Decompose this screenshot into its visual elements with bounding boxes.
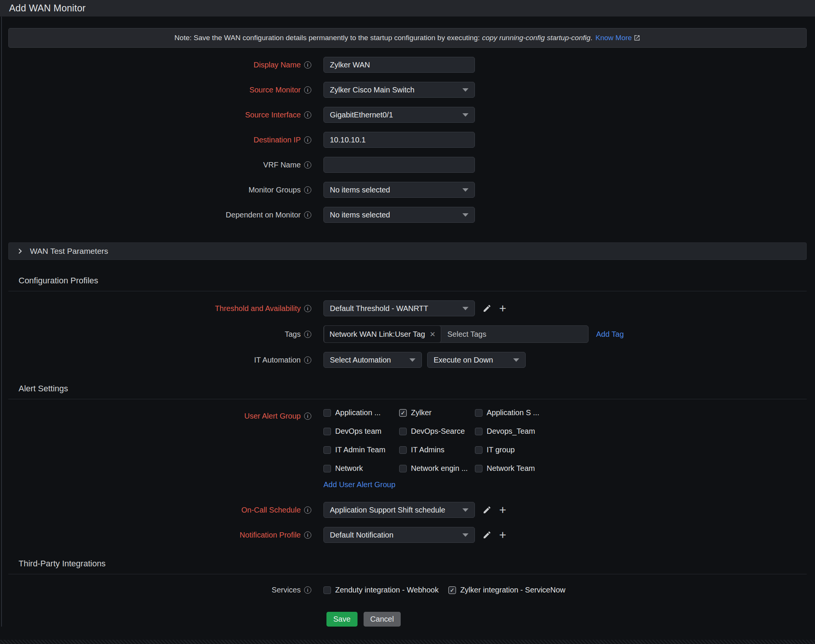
execute-on-down-dropdown[interactable]: Execute on Down — [427, 352, 526, 368]
select-automation-dropdown[interactable]: Select Automation — [323, 352, 422, 368]
checkbox-zylker-servicenow[interactable]: Zylker integration - ServiceNow — [448, 586, 565, 594]
checkbox-network-team[interactable]: Network Team — [475, 464, 551, 473]
add-on-call-schedule-button[interactable]: + — [499, 505, 506, 514]
it-automation-label: IT Automation — [254, 356, 301, 364]
dependent-on-monitor-select[interactable]: No items selected — [323, 207, 475, 223]
checkbox[interactable] — [399, 446, 407, 454]
add-threshold-button[interactable]: + — [499, 304, 506, 313]
caret-down-icon — [462, 88, 468, 92]
edit-notification-profile-button[interactable] — [482, 530, 492, 539]
edit-threshold-button[interactable] — [482, 304, 492, 313]
alert-settings-heading: Alert Settings — [0, 384, 815, 394]
select-value: Execute on Down — [434, 356, 493, 364]
checkbox-label: IT group — [487, 445, 515, 454]
caret-down-icon — [462, 307, 468, 310]
info-icon[interactable] — [304, 356, 311, 364]
threshold-label: Threshold and Availability — [215, 304, 301, 313]
select-value: Application Support Shift schedule — [330, 506, 445, 514]
section-divider — [8, 574, 807, 574]
form-actions: Save Cancel — [326, 612, 815, 627]
form-row-dependent-monitor: Dependent on Monitor No items selected — [0, 207, 815, 223]
remove-tag-icon[interactable]: ✕ — [429, 330, 436, 339]
checkbox-devops-team[interactable]: DevOps team — [323, 427, 399, 436]
checkbox[interactable] — [475, 446, 482, 454]
checkbox-network[interactable]: Network — [323, 464, 399, 473]
checkbox[interactable] — [399, 465, 407, 472]
info-icon[interactable] — [304, 531, 311, 539]
add-user-alert-group-link[interactable]: Add User Alert Group — [323, 480, 395, 489]
info-icon[interactable] — [304, 331, 311, 338]
tags-input[interactable]: Network WAN Link:User Tag ✕ Select Tags — [323, 325, 589, 343]
vrf-name-input[interactable] — [323, 157, 475, 173]
info-icon[interactable] — [304, 136, 311, 144]
form-row-vrf-name: VRF Name — [0, 157, 815, 173]
checkbox[interactable] — [323, 428, 331, 435]
select-value: Default Threshold - WANRTT — [330, 304, 428, 313]
checkbox-it-admin-team[interactable]: IT Admin Team — [323, 445, 399, 454]
info-icon[interactable] — [304, 305, 311, 312]
form-row-notification-profile: Notification Profile Default Notificatio… — [0, 527, 815, 543]
on-call-schedule-select[interactable]: Application Support Shift schedule — [323, 502, 475, 518]
note-text: Note: Save the WAN configuration details… — [175, 34, 480, 42]
checkbox-zylker[interactable]: Zylker — [399, 408, 475, 417]
threshold-select[interactable]: Default Threshold - WANRTT — [323, 300, 475, 316]
info-icon[interactable] — [304, 186, 311, 194]
checkbox-application[interactable]: Application ... — [323, 408, 399, 417]
checkbox-label: Application S ... — [487, 408, 539, 417]
save-button[interactable]: Save — [326, 612, 358, 627]
checkbox[interactable] — [475, 465, 482, 472]
source-interface-select[interactable]: GigabitEthernet0/1 — [323, 107, 475, 123]
checkbox[interactable] — [323, 446, 331, 454]
select-value: Default Notification — [330, 531, 393, 539]
notification-profile-select[interactable]: Default Notification — [323, 527, 475, 543]
wan-test-parameters-toggle[interactable]: WAN Test Parameters — [8, 242, 807, 260]
form-row-it-automation: IT Automation Select Automation Execute … — [0, 352, 815, 368]
source-monitor-select[interactable]: Zylker Cisco Main Switch — [323, 82, 475, 98]
section-divider — [8, 399, 807, 399]
vrf-name-label: VRF Name — [263, 161, 301, 169]
checkbox-it-group[interactable]: IT group — [475, 445, 551, 454]
checkbox[interactable] — [323, 465, 331, 472]
info-icon[interactable] — [304, 413, 311, 420]
source-interface-label: Source Interface — [245, 111, 301, 119]
form-row-user-alert-group: User Alert Group Application ... Zylker … — [0, 408, 815, 473]
checkbox[interactable] — [323, 586, 331, 594]
cancel-button[interactable]: Cancel — [364, 612, 401, 627]
display-name-input[interactable] — [323, 57, 475, 73]
info-icon[interactable] — [304, 161, 311, 169]
info-icon[interactable] — [304, 586, 311, 594]
know-more-link[interactable]: Know More — [595, 34, 632, 42]
info-icon[interactable] — [304, 111, 311, 119]
note-period: . — [590, 34, 592, 42]
checkbox-devops-team-2[interactable]: Devops_Team — [475, 427, 551, 436]
checkbox[interactable] — [475, 428, 482, 435]
checkbox[interactable] — [399, 409, 407, 417]
source-monitor-label: Source Monitor — [249, 86, 301, 94]
select-value: GigabitEthernet0/1 — [330, 111, 393, 119]
checkbox[interactable] — [475, 409, 482, 417]
monitor-groups-select[interactable]: No items selected — [323, 182, 475, 198]
destination-ip-input[interactable] — [323, 132, 475, 148]
info-icon[interactable] — [304, 61, 311, 69]
checkbox-zenduty-webhook[interactable]: Zenduty integration - Webhook — [323, 586, 439, 594]
chevron-right-icon — [17, 248, 23, 254]
external-link-icon[interactable] — [634, 34, 640, 41]
tag-chip[interactable]: Network WAN Link:User Tag ✕ — [324, 325, 441, 343]
checkbox[interactable] — [448, 586, 456, 594]
wan-test-parameters-title: WAN Test Parameters — [30, 247, 108, 256]
checkbox-network-engin[interactable]: Network engin ... — [399, 464, 475, 473]
tags-label: Tags — [285, 330, 301, 339]
checkbox[interactable] — [323, 409, 331, 417]
checkbox-label: DevOps team — [335, 427, 381, 436]
checkbox-it-admins[interactable]: IT Admins — [399, 445, 475, 454]
form-row-display-name: Display Name — [0, 57, 815, 73]
info-icon[interactable] — [304, 211, 311, 219]
info-icon[interactable] — [304, 86, 311, 94]
edit-on-call-schedule-button[interactable] — [482, 505, 492, 514]
checkbox[interactable] — [399, 428, 407, 435]
checkbox-application-s[interactable]: Application S ... — [475, 408, 551, 417]
add-notification-profile-button[interactable]: + — [499, 530, 506, 539]
info-icon[interactable] — [304, 506, 311, 514]
add-tag-link[interactable]: Add Tag — [596, 330, 624, 339]
checkbox-devops-searce[interactable]: DevOps-Searce — [399, 427, 475, 436]
